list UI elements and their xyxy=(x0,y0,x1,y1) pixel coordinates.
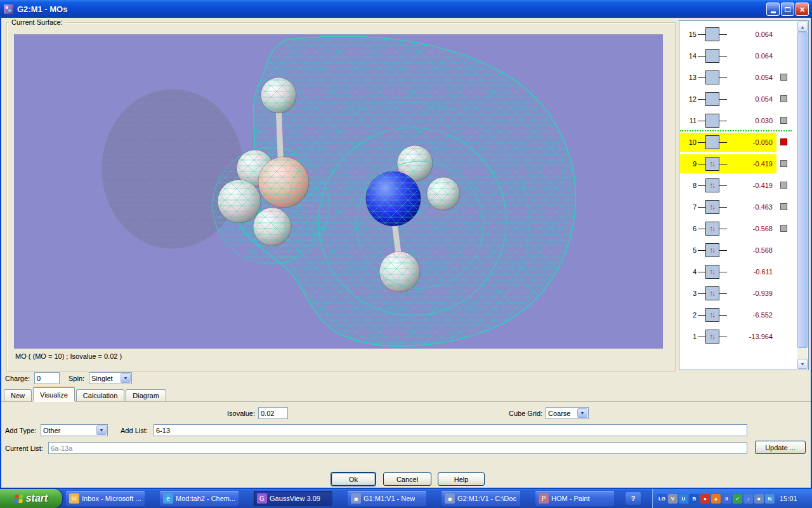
orbital-box[interactable]: ↑↓ xyxy=(705,308,719,322)
taskbar-item[interactable]: ✉Inbox - Microsoft ... xyxy=(66,491,145,506)
taskbar-item-label: Inbox - Microsoft ... xyxy=(82,495,141,502)
taskbar-item-label: G2:M1:V1 - C:\Doc... xyxy=(457,495,517,502)
scrollbar-thumb[interactable] xyxy=(797,32,808,348)
minimize-button[interactable] xyxy=(766,3,780,16)
current-surface-label: Current Surface: xyxy=(9,18,65,26)
orbital-box[interactable] xyxy=(705,49,719,63)
connector-line xyxy=(698,121,705,121)
mo-row-6[interactable]: 6↑↓-0.568 xyxy=(680,218,798,239)
cube-grid-select[interactable]: Coarse ▼ xyxy=(546,407,589,419)
orbital-box[interactable] xyxy=(705,92,719,106)
connector-line xyxy=(698,250,705,251)
mo-row-13[interactable]: 130.054 xyxy=(680,67,798,88)
orbital-box[interactable]: ↑↓ xyxy=(705,265,719,279)
cancel-button[interactable]: Cancel xyxy=(383,472,431,486)
display-icon[interactable]: ■ xyxy=(754,494,764,504)
orbital-box[interactable] xyxy=(705,114,719,128)
orbital-box[interactable] xyxy=(705,135,719,149)
mo-row-1[interactable]: 1↑↓-13.964 xyxy=(680,326,798,347)
mo-row-9[interactable]: 9↑↓-0.419 xyxy=(680,153,798,175)
spin-value: Singlet xyxy=(89,375,120,382)
mo-select-checkbox[interactable] xyxy=(780,203,787,210)
start-label: start xyxy=(26,493,48,504)
mo-select-checkbox[interactable] xyxy=(780,160,787,167)
taskbar-items: ✉Inbox - Microsoft ...eMod:tah2 - Chem..… xyxy=(66,491,629,506)
mo-select-checkbox[interactable] xyxy=(780,95,787,102)
mo-scrollbar[interactable]: ▲ ▼ xyxy=(797,22,808,369)
ok-button[interactable]: Ok xyxy=(331,472,376,486)
mo-energy: -0.939 xyxy=(727,290,775,297)
maximize-button[interactable] xyxy=(781,3,794,16)
help-taskbar-button[interactable]: ? xyxy=(625,492,641,505)
mo-select-checkbox[interactable] xyxy=(780,138,787,145)
charge-input[interactable] xyxy=(34,372,60,384)
antivirus-icon[interactable]: ● xyxy=(700,494,710,504)
tab-calculation[interactable]: Calculation xyxy=(76,389,124,401)
molecule-viewport[interactable] xyxy=(14,34,663,349)
taskbar-item-label: HOM - Paint xyxy=(551,495,590,502)
lg-app-icon[interactable]: LG xyxy=(657,494,667,504)
mo-row-2[interactable]: 2↑↓-6.552 xyxy=(680,304,798,326)
orbital-box[interactable]: ↑↓ xyxy=(705,243,719,257)
mo-row-band: 10-0.050 xyxy=(680,133,776,152)
mo-select-checkbox[interactable] xyxy=(780,74,787,81)
add-type-select[interactable]: Other ▼ xyxy=(41,424,108,436)
mo-row-8[interactable]: 8↑↓-0.419 xyxy=(680,175,798,196)
orbital-box[interactable]: ↑↓ xyxy=(705,157,719,171)
mo-row-15[interactable]: 150.064 xyxy=(680,23,798,45)
volume-icon[interactable]: ♪ xyxy=(743,494,753,504)
mo-row-4[interactable]: 4↑↓-0.611 xyxy=(680,261,798,283)
mo-row-14[interactable]: 140.064 xyxy=(680,45,798,67)
add-list-input[interactable] xyxy=(154,424,747,436)
spin-label: Spin: xyxy=(69,375,84,382)
orbital-box[interactable] xyxy=(705,27,719,41)
mo-number: 1 xyxy=(680,333,697,340)
vpn-icon[interactable]: V xyxy=(668,494,678,504)
internet-explorer-icon: e xyxy=(163,493,173,504)
help-button[interactable]: Help xyxy=(438,472,485,486)
status-ok-icon[interactable]: ✓ xyxy=(733,494,742,504)
update-button[interactable]: Update ... xyxy=(755,441,806,454)
orbital-box[interactable]: ↑↓ xyxy=(705,178,719,192)
taskbar-item[interactable]: eMod:tah2 - Chem... xyxy=(160,491,239,506)
spin-select[interactable]: Singlet ▼ xyxy=(89,372,132,384)
mo-row-12[interactable]: 120.054 xyxy=(680,88,798,110)
mo-row-7[interactable]: 7↑↓-0.463 xyxy=(680,196,798,218)
network-icon[interactable]: N xyxy=(765,494,775,504)
taskbar-item[interactable]: ■G1:M1:V1 - New xyxy=(348,491,426,506)
tab-new[interactable]: New xyxy=(4,389,32,401)
start-button[interactable]: start xyxy=(0,489,62,508)
mo-row-band: 110.030 xyxy=(680,111,776,130)
taskbar-item[interactable]: GGaussView 3.09 xyxy=(254,491,332,506)
mo-select-checkbox[interactable] xyxy=(780,182,787,189)
shield-icon[interactable]: U xyxy=(679,494,688,504)
mo-row-10[interactable]: 10-0.050 xyxy=(680,131,798,153)
orbital-box[interactable] xyxy=(705,70,719,84)
connector-line xyxy=(698,315,705,316)
close-button[interactable]: × xyxy=(796,3,809,16)
isovalue-input[interactable] xyxy=(258,407,288,419)
tab-diagram[interactable]: Diagram xyxy=(126,389,166,401)
mo-row-5[interactable]: 5↑↓-0.568 xyxy=(680,239,798,261)
taskbar-item[interactable]: PHOM - Paint xyxy=(535,491,614,506)
orbital-box[interactable]: ↑↓ xyxy=(705,222,719,236)
connector-line xyxy=(698,56,705,57)
taskbar-item[interactable]: ■G2:M1:V1 - C:\Doc... xyxy=(442,491,520,506)
mo-number: 14 xyxy=(680,52,697,60)
orbital-box[interactable]: ↑↓ xyxy=(705,286,719,300)
tab-visualize[interactable]: Visualize xyxy=(33,387,75,401)
orbital-box[interactable]: ↑↓ xyxy=(705,200,719,214)
mo-row-3[interactable]: 3↑↓-0.939 xyxy=(680,283,798,304)
mo-select-checkbox[interactable] xyxy=(780,117,787,124)
title-bar[interactable]: G2:M1 - MOs × xyxy=(0,0,812,18)
signal-icon[interactable]: ll xyxy=(722,494,731,504)
scroll-down-icon[interactable]: ▼ xyxy=(797,359,808,369)
orbital-box[interactable]: ↑↓ xyxy=(705,330,719,344)
mo-select-checkbox[interactable] xyxy=(780,225,787,232)
firewall-icon[interactable]: ▲ xyxy=(711,494,721,504)
gaussview-icon: G xyxy=(257,493,267,504)
mo-row-11[interactable]: 110.030 xyxy=(680,110,798,131)
bluetooth-icon[interactable]: B xyxy=(690,494,699,504)
scroll-up-icon[interactable]: ▲ xyxy=(797,22,808,32)
connector-line xyxy=(719,34,727,35)
